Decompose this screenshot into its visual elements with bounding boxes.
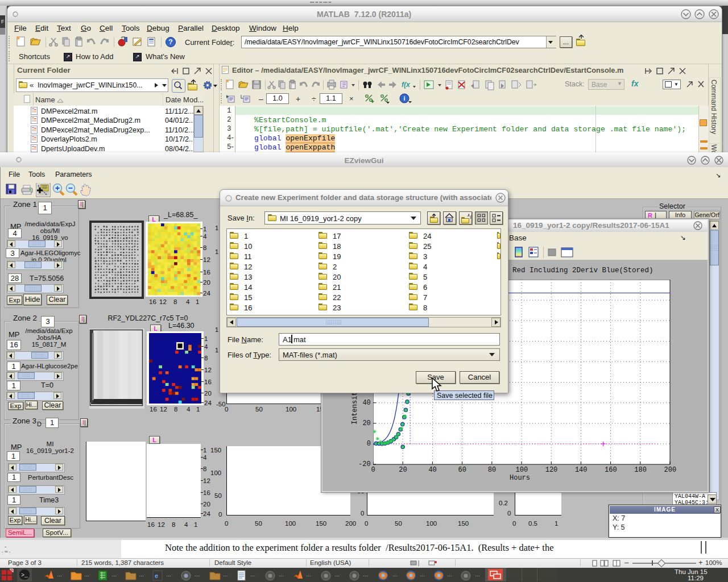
svg-text:?: ?: [168, 38, 172, 46]
svg-text:e: e: [155, 572, 158, 579]
svg-text:>_: >_: [21, 572, 28, 579]
svg-text:f(x: f(x: [402, 81, 411, 89]
svg-text:i: i: [403, 95, 405, 102]
